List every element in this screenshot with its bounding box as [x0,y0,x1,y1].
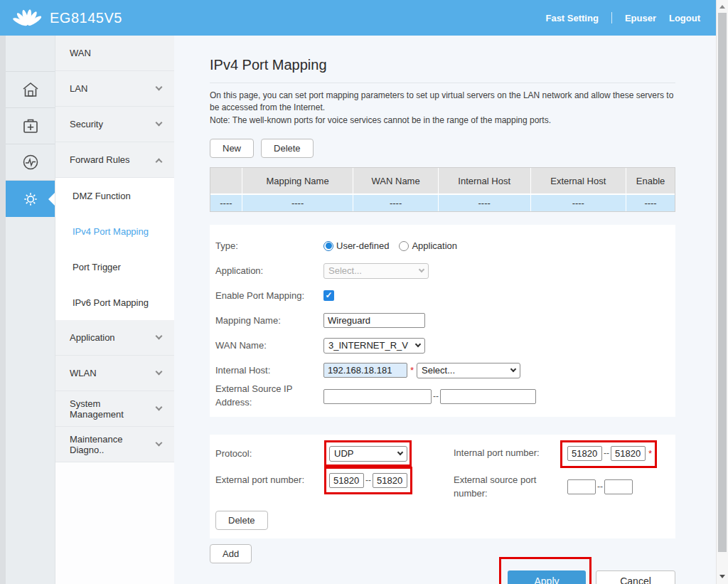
main-column: EG8145V5 Fast Setting Epuser Logout [0,0,716,584]
scrollbar-thumb[interactable] [718,13,727,552]
sidebar-menu: WAN LAN Security Forward Rules DMZ Funct… [55,36,174,584]
chevron-down-icon [156,84,163,91]
external-source-port-label: External source port number: [454,473,567,501]
port-mapping-table: Mapping Name WAN Name Internal Host Exte… [210,167,675,212]
internal-port-start-input[interactable] [567,446,602,461]
sidebar-item-dmz-function[interactable]: DMZ Function [55,178,174,213]
delete-button[interactable]: Delete [261,139,314,158]
sidebar-item-forward-rules[interactable]: Forward Rules [55,142,174,178]
chevron-down-icon [156,333,163,340]
column-header-mapping-name: Mapping Name [242,168,354,193]
settings-nav-button[interactable] [6,181,55,217]
scrollbar-down-arrow[interactable] [717,571,728,581]
external-source-port-end-input[interactable] [604,479,633,494]
mapping-name-input[interactable] [323,313,425,328]
diagnosis-nav-button[interactable] [6,144,55,181]
protocol-rule-card: Protocol: UDP Internal [210,435,675,538]
mapping-form-card: Type: User-defined Application Applicati… [210,225,675,417]
chevron-down-icon [156,120,163,127]
protocol-select[interactable]: UDP [329,446,407,462]
application-radio-label[interactable]: Application [412,240,457,251]
icon-rail-filler [6,217,55,584]
internal-port-end-input[interactable] [611,446,646,461]
apply-button[interactable]: Apply [508,570,586,584]
application-label: Application: [215,265,323,276]
application-select[interactable]: Select... [323,263,429,279]
fast-setting-link[interactable]: Fast Setting [545,13,598,23]
user-defined-radio-label[interactable]: User-defined [336,240,389,251]
triangle-up-icon [719,5,725,9]
router-admin-app: EG8145V5 Fast Setting Epuser Logout [0,0,728,584]
main-content: IPv4 Port Mapping On this page, you can … [174,36,716,584]
external-source-ip-label: External Source IP Address: [215,383,323,410]
sidebar-item-lan[interactable]: LAN [55,71,174,107]
external-source-ip-start-input[interactable] [323,389,432,404]
chevron-down-icon [419,267,424,272]
body-row: WAN LAN Security Forward Rules DMZ Funct… [0,36,716,584]
device-model: EG8145V5 [50,10,122,26]
external-source-port-start-input[interactable] [567,479,596,494]
left-edge-strip [0,36,6,584]
pulse-icon [21,153,40,171]
required-asterisk: * [648,448,652,459]
column-header-enable: Enable [626,168,675,193]
new-button[interactable]: New [210,139,254,158]
sidebar-item-wan[interactable]: WAN [55,36,174,71]
chevron-down-icon [415,341,421,347]
setup-wizard-nav-button[interactable] [6,108,55,144]
chevron-down-icon [156,404,163,411]
topbar-links: Fast Setting Epuser Logout [545,12,700,23]
column-header-select [210,168,242,193]
range-separator: -- [597,482,603,492]
external-port-label: External port number: [215,474,329,487]
home-icon [21,81,40,98]
scrollbar-up-arrow[interactable] [717,1,728,11]
external-port-start-input[interactable] [329,473,364,488]
sidebar-item-security[interactable]: Security [55,107,174,142]
internal-host-label: Internal Host: [215,365,323,376]
chevron-down-icon [510,366,516,372]
column-header-external-host: External Host [531,168,627,193]
table-header-row: Mapping Name WAN Name Internal Host Exte… [210,168,675,193]
required-asterisk: * [410,365,414,376]
triangle-down-icon [719,575,725,578]
enable-port-mapping-label: Enable Port Mapping: [215,290,323,301]
icon-rail [6,36,55,584]
toolbox-plus-icon [21,117,40,134]
wan-name-label: WAN Name: [215,340,323,351]
add-button[interactable]: Add [210,544,252,563]
application-radio[interactable] [399,241,409,251]
sidebar-item-wlan[interactable]: WLAN [55,356,174,391]
wan-name-select[interactable]: 3_INTERNET_R_V [323,338,425,354]
huawei-logo-icon [13,7,43,28]
column-header-wan-name: WAN Name [353,168,439,193]
chevron-down-icon [156,368,163,376]
top-bar: EG8145V5 Fast Setting Epuser Logout [0,0,716,36]
enable-port-mapping-checkbox[interactable] [323,290,334,301]
user-defined-radio[interactable] [323,241,333,251]
sidebar-item-system-management[interactable]: System Management [55,391,174,427]
sidebar-item-maintenance-diagnose[interactable]: Maintenance Diagno.. [55,427,174,462]
range-separator: -- [604,448,609,458]
user-link[interactable]: Epuser [625,13,656,23]
sidebar-item-port-trigger[interactable]: Port Trigger [55,249,174,285]
sidebar-item-application[interactable]: Application [55,320,174,356]
mapping-name-label: Mapping Name: [215,315,323,326]
topbar-divider [611,12,612,23]
chevron-down-icon [397,450,403,455]
internal-port-label: Internal port number: [454,447,567,460]
home-nav-button[interactable] [6,72,55,108]
sidebar-item-ipv6-port-mapping[interactable]: IPv6 Port Mapping [55,285,174,320]
rule-delete-button[interactable]: Delete [215,511,268,530]
external-port-end-input[interactable] [373,473,407,488]
cancel-button[interactable]: Cancel [596,570,675,584]
logout-link[interactable]: Logout [669,13,700,23]
internal-host-input[interactable] [323,363,407,378]
brand: EG8145V5 [13,7,122,28]
external-source-ip-end-input[interactable] [440,389,536,404]
column-header-internal-host: Internal Host [439,168,531,193]
sidebar-item-ipv4-port-mapping[interactable]: IPv4 Port Mapping [55,213,174,249]
internal-host-select[interactable]: Select... [417,363,520,378]
page-description: On this page, you can set port mapping p… [210,90,675,115]
chevron-up-icon [156,158,163,165]
